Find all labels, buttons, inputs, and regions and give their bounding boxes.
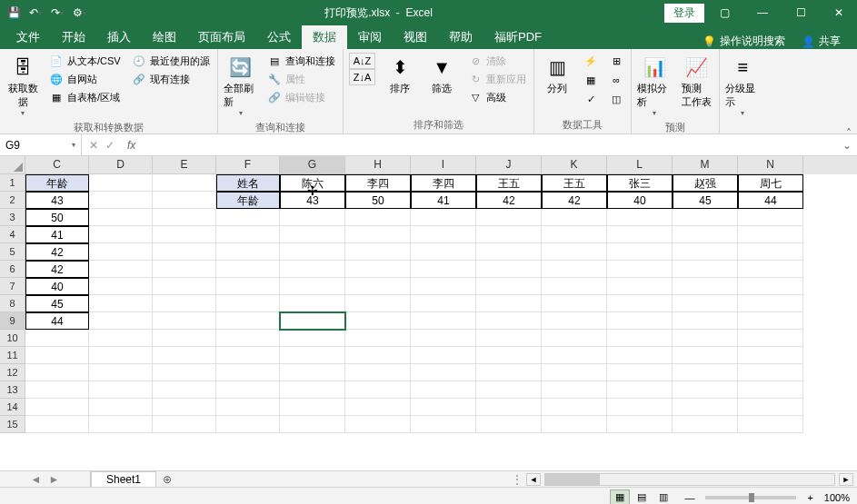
maximize-icon[interactable]: ☐	[782, 0, 819, 25]
row-header[interactable]: 1	[0, 174, 25, 192]
cell-N5[interactable]	[738, 243, 803, 261]
cell-N2[interactable]: 44	[738, 192, 803, 209]
cell-F12[interactable]	[216, 364, 280, 381]
col-header-M[interactable]: M	[673, 156, 738, 174]
recent-sources-button[interactable]: 🕘最近使用的源	[130, 53, 212, 69]
edit-links-button[interactable]: 🔗编辑链接	[265, 89, 337, 105]
cell-L12[interactable]	[607, 364, 673, 381]
cell-M10[interactable]	[673, 330, 738, 347]
sort-az-button[interactable]: A↓Z	[349, 53, 376, 69]
properties-button[interactable]: 🔧属性	[265, 71, 337, 87]
cell-I5[interactable]	[411, 243, 476, 261]
flash-fill-button[interactable]: ⚡	[582, 53, 600, 69]
cell-I12[interactable]	[411, 364, 476, 381]
cell-C7[interactable]: 40	[25, 278, 89, 295]
cell-K15[interactable]	[542, 416, 607, 433]
cell-H10[interactable]	[345, 330, 411, 347]
advanced-filter-button[interactable]: ▽高级	[466, 89, 528, 105]
cell-I3[interactable]	[411, 209, 476, 226]
tell-me-search[interactable]: 💡 操作说明搜索	[693, 34, 794, 49]
zoom-in-button[interactable]: +	[803, 492, 816, 503]
row-header[interactable]: 13	[0, 381, 25, 399]
cell-E8[interactable]	[153, 295, 216, 312]
existing-conn-button[interactable]: 🔗现有连接	[130, 71, 212, 87]
get-data-button[interactable]: 🗄 获取数 据 ▾	[4, 51, 42, 119]
cell-G15[interactable]	[280, 416, 345, 433]
cell-M3[interactable]	[673, 209, 738, 226]
cell-L2[interactable]: 40	[607, 192, 673, 209]
cell-C4[interactable]: 41	[25, 226, 89, 243]
cell-J5[interactable]	[476, 243, 542, 261]
cell-L14[interactable]	[607, 399, 673, 416]
cell-C2[interactable]: 43	[25, 192, 89, 209]
tab-data[interactable]: 数据	[302, 25, 347, 49]
cell-L10[interactable]	[607, 330, 673, 347]
cell-G14[interactable]	[280, 399, 345, 416]
sheet-nav[interactable]: ◄ ►	[0, 471, 91, 487]
cell-K4[interactable]	[542, 226, 607, 243]
cell-I1[interactable]: 李四	[411, 174, 476, 192]
cell-H7[interactable]	[345, 278, 411, 295]
cell-M2[interactable]: 45	[673, 192, 738, 209]
cell-N6[interactable]	[738, 261, 803, 278]
zoom-level[interactable]: 100%	[824, 492, 850, 503]
cell-D14[interactable]	[89, 399, 153, 416]
cell-G2[interactable]: 43✢	[280, 192, 345, 209]
formula-input[interactable]	[141, 138, 837, 152]
tab-formulas[interactable]: 公式	[256, 25, 302, 49]
zoom-thumb[interactable]	[749, 493, 754, 502]
scroll-track[interactable]	[544, 473, 835, 486]
tab-layout[interactable]: 页面布局	[187, 25, 256, 49]
cell-N15[interactable]	[738, 416, 803, 433]
cell-H13[interactable]	[345, 381, 411, 399]
cell-G13[interactable]	[280, 381, 345, 399]
forecast-sheet-button[interactable]: 📈 预测 工作表	[677, 51, 715, 111]
text-to-columns-button[interactable]: ▥ 分列	[538, 51, 576, 97]
cell-E5[interactable]	[153, 243, 216, 261]
cell-I15[interactable]	[411, 416, 476, 433]
share-button[interactable]: 👤 共享	[794, 34, 848, 49]
tab-view[interactable]: 视图	[393, 25, 438, 49]
cell-J8[interactable]	[476, 295, 542, 312]
cell-E3[interactable]	[153, 209, 216, 226]
cell-F11[interactable]	[216, 347, 280, 364]
cell-I14[interactable]	[411, 399, 476, 416]
data-validation-button[interactable]: ✓	[582, 91, 600, 107]
add-sheet-button[interactable]: ⊕	[156, 471, 178, 487]
cell-E13[interactable]	[153, 381, 216, 399]
cell-N11[interactable]	[738, 347, 803, 364]
cell-I13[interactable]	[411, 381, 476, 399]
cell-K8[interactable]	[542, 295, 607, 312]
col-header-H[interactable]: H	[345, 156, 411, 174]
zoom-slider[interactable]	[705, 496, 796, 499]
col-header-L[interactable]: L	[607, 156, 673, 174]
relationships-button[interactable]: ∞	[607, 72, 625, 88]
cell-H1[interactable]: 李四	[345, 174, 411, 192]
login-button[interactable]: 登录	[664, 4, 704, 23]
cell-L6[interactable]	[607, 261, 673, 278]
cell-L7[interactable]	[607, 278, 673, 295]
cell-M13[interactable]	[673, 381, 738, 399]
cell-F2[interactable]: 年龄	[216, 192, 280, 209]
cell-D8[interactable]	[89, 295, 153, 312]
data-model-button[interactable]: ◫	[607, 91, 625, 107]
cell-I10[interactable]	[411, 330, 476, 347]
undo-icon[interactable]: ↶▾	[27, 5, 44, 21]
cell-C12[interactable]	[25, 364, 89, 381]
cell-L5[interactable]	[607, 243, 673, 261]
cell-E9[interactable]	[153, 312, 216, 330]
cell-J4[interactable]	[476, 226, 542, 243]
prev-sheet-icon[interactable]: ◄	[31, 473, 42, 486]
cell-E10[interactable]	[153, 330, 216, 347]
cell-M15[interactable]	[673, 416, 738, 433]
close-icon[interactable]: ✕	[821, 0, 857, 25]
zoom-out-button[interactable]: —	[681, 492, 698, 503]
cell-C5[interactable]: 42	[25, 243, 89, 261]
from-csv-button[interactable]: 📄从文本/CSV	[47, 53, 123, 69]
cell-G7[interactable]	[280, 278, 345, 295]
cell-I7[interactable]	[411, 278, 476, 295]
cell-F15[interactable]	[216, 416, 280, 433]
cell-E14[interactable]	[153, 399, 216, 416]
what-if-button[interactable]: 📊 模拟分析 ▾	[635, 51, 673, 119]
cell-M8[interactable]	[673, 295, 738, 312]
